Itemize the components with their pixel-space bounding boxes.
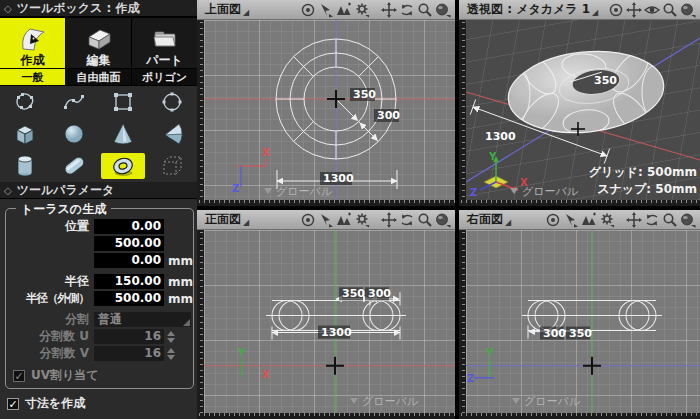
right-view-title-menu[interactable]: 右面図◢ xyxy=(467,211,511,228)
tab-freeform[interactable]: 自由曲面 xyxy=(66,69,131,85)
div-u-field[interactable]: 16 xyxy=(94,329,164,344)
display-mode-icon[interactable] xyxy=(300,212,316,228)
front-view-toolbar xyxy=(300,212,451,228)
fit-view-icon[interactable] xyxy=(336,2,352,18)
zoom-magnifier-icon[interactable] xyxy=(662,2,678,18)
position-y-field[interactable]: 500.00 xyxy=(94,236,164,251)
radius-field[interactable]: 150.00 xyxy=(94,274,164,289)
top-view-canvas[interactable]: 350 300 1300 X Z xyxy=(204,20,455,200)
radius-label: 半径 xyxy=(6,273,94,290)
top-view-vertical-ruler xyxy=(197,20,204,200)
div-v-stepper[interactable] xyxy=(167,348,175,360)
tool-torus-selected[interactable] xyxy=(99,150,148,182)
tool-circle[interactable] xyxy=(148,86,197,118)
create-dimensions-checkbox[interactable]: ✓ xyxy=(7,398,19,410)
tool-dummy-box[interactable] xyxy=(148,150,197,182)
svg-text:350: 350 xyxy=(353,88,376,101)
toolbox-header[interactable]: ◇ ツールボックス : 作成 xyxy=(0,0,197,17)
tool-params-title: ツールパラメータ xyxy=(17,182,115,199)
create-dimensions-row[interactable]: ✓ 寸法を作成 xyxy=(7,395,197,412)
pan-move-icon[interactable] xyxy=(381,2,397,18)
tool-capsule[interactable] xyxy=(49,150,98,182)
top-view-title-menu[interactable]: 上面図◢ xyxy=(205,1,249,18)
position-x-field[interactable]: 0.00 xyxy=(94,219,164,234)
tool-cylinder[interactable] xyxy=(0,150,49,182)
rotate-view-icon[interactable] xyxy=(399,2,415,18)
front-axis-gizmo: Y X xyxy=(237,347,270,380)
panel-collapse-icon[interactable]: ◇ xyxy=(4,3,12,14)
tool-sphere[interactable] xyxy=(49,118,98,150)
view-settings-gear-icon[interactable] xyxy=(354,212,370,228)
uv-assign-checkbox[interactable]: ✓ xyxy=(13,370,25,382)
div-v-field[interactable]: 16 xyxy=(94,346,164,361)
orbit-sphere-icon[interactable] xyxy=(435,212,451,228)
right-view-canvas[interactable]: 300 350 Y Z xyxy=(466,230,700,413)
zoom-magnifier-icon[interactable] xyxy=(417,212,433,228)
panel-collapse-icon[interactable]: ◇ xyxy=(4,185,12,196)
pointer-tool-icon[interactable] xyxy=(563,212,579,228)
display-mode-icon[interactable] xyxy=(608,2,624,18)
tool-rectangle[interactable] xyxy=(99,86,148,118)
right-global-selector[interactable]: グローバル xyxy=(512,395,581,408)
toolbox-sidebar: ◇ ツールボックス : 作成 作成 編集 xyxy=(0,0,197,419)
zoom-magnifier-icon[interactable] xyxy=(662,212,678,228)
pan-move-icon[interactable] xyxy=(381,212,397,228)
view-settings-gear-icon[interactable] xyxy=(354,2,370,18)
front-view-title-menu[interactable]: 正面図◢ xyxy=(205,211,249,228)
position-z-field[interactable]: 0.00 xyxy=(94,253,164,268)
open-curve-icon xyxy=(61,89,87,115)
tab-general[interactable]: 一般 xyxy=(0,69,65,85)
fit-view-icon[interactable] xyxy=(581,212,597,228)
pointer-tool-icon[interactable] xyxy=(318,2,334,18)
tool-wedge[interactable] xyxy=(148,118,197,150)
tool-params-header[interactable]: ◇ ツールパラメータ xyxy=(0,182,197,199)
create-mode-button[interactable]: 作成 xyxy=(0,18,65,68)
view-settings-gear-icon[interactable] xyxy=(599,212,615,228)
tool-box[interactable] xyxy=(0,118,49,150)
torus-3d-model[interactable] xyxy=(504,44,668,141)
pan-move-icon[interactable] xyxy=(626,212,642,228)
svg-text:X: X xyxy=(262,369,270,380)
outer-radius-field[interactable]: 500.00 xyxy=(94,291,164,306)
svg-text:300: 300 xyxy=(368,287,391,300)
wedge-icon xyxy=(159,121,185,147)
walkthrough-eye-icon[interactable] xyxy=(644,2,660,18)
outer-radius-unit: mm xyxy=(164,292,193,306)
closed-curve-icon xyxy=(12,89,38,115)
svg-text:Y: Y xyxy=(488,151,497,162)
orbit-sphere-icon[interactable] xyxy=(680,212,696,228)
top-global-selector[interactable]: グローバル xyxy=(264,185,333,198)
fit-view-icon[interactable] xyxy=(336,212,352,228)
svg-text:1300: 1300 xyxy=(323,172,354,185)
svg-text:グローバル: グローバル xyxy=(524,395,581,408)
tab-polygon[interactable]: ポリゴン xyxy=(132,69,197,85)
svg-text:350: 350 xyxy=(342,287,365,300)
part-mode-button[interactable]: パート xyxy=(132,18,197,68)
zoom-magnifier-icon[interactable] xyxy=(417,2,433,18)
display-mode-icon[interactable] xyxy=(300,2,316,18)
rotate-view-icon[interactable] xyxy=(644,212,660,228)
primitive-tool-grid xyxy=(0,86,197,182)
orbit-sphere-icon[interactable] xyxy=(680,2,696,18)
sphere-icon xyxy=(61,121,87,147)
svg-text:X: X xyxy=(262,147,270,158)
display-mode-icon[interactable] xyxy=(545,212,561,228)
uv-assign-row[interactable]: ✓ UV割り当て xyxy=(13,367,193,384)
rotate-view-icon[interactable] xyxy=(399,212,415,228)
viewport-perspective: 透視図 : メタカメラ 1◢ xyxy=(459,0,700,206)
pan-move-icon[interactable] xyxy=(626,2,642,18)
front-global-selector[interactable]: グローバル xyxy=(350,395,419,408)
perspective-view-title-menu[interactable]: 透視図 : メタカメラ 1◢ xyxy=(467,1,598,18)
svg-text:Z: Z xyxy=(232,183,239,194)
tool-cone[interactable] xyxy=(99,118,148,150)
div-u-stepper[interactable] xyxy=(167,331,175,343)
front-view-canvas[interactable]: 350 300 1300 Y X xyxy=(204,230,455,413)
pointer-tool-icon[interactable] xyxy=(318,212,334,228)
division-dropdown[interactable]: 普通 xyxy=(94,312,191,327)
perspective-canvas[interactable]: 350 1300 Y X Z xyxy=(466,20,700,200)
tool-open-line[interactable] xyxy=(49,86,98,118)
orbit-sphere-icon[interactable] xyxy=(435,2,451,18)
create-dimensions-label: 寸法を作成 xyxy=(25,395,85,412)
edit-mode-button[interactable]: 編集 xyxy=(66,18,131,68)
tool-closed-line[interactable] xyxy=(0,86,49,118)
